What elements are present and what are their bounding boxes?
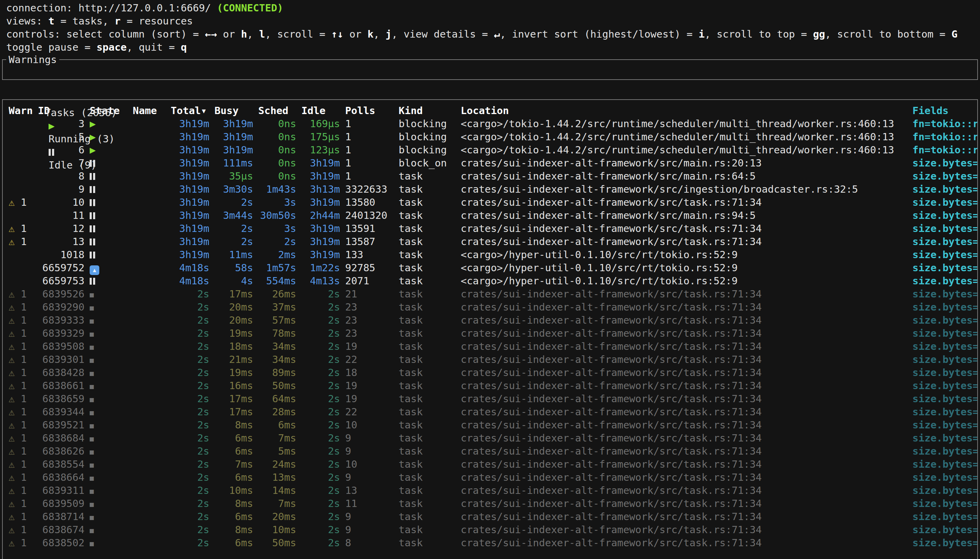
task-row[interactable]: ⚠ 16839301■2s21ms34ms2s22taskcrates/sui-… — [3, 353, 977, 366]
cell-kind: task — [399, 445, 455, 458]
task-row[interactable]: 113h19m3m44s30m50s2h44m2401320taskcrates… — [3, 209, 977, 222]
task-row[interactable]: ⚠ 16839509■2s8ms7ms2s11taskcrates/sui-in… — [3, 497, 977, 510]
cell-location: crates/sui-indexer-alt-framework/src/tas… — [461, 497, 907, 510]
cell-warn: ⚠ 1 — [8, 497, 33, 510]
task-row[interactable]: ⚠ 16839333■2s20ms57ms2s23taskcrates/sui-… — [3, 314, 977, 327]
task-row[interactable]: ⚠ 16839508■2s18ms34ms2s19taskcrates/sui-… — [3, 340, 977, 353]
cell-busy: 17ms — [215, 405, 253, 418]
cell-fields: size.bytes= — [912, 157, 977, 170]
column-header-fields[interactable]: Fields — [912, 104, 977, 117]
task-row[interactable]: ⚠ 16838659■2s17ms64ms2s19taskcrates/sui-… — [3, 392, 977, 405]
cell-idle: 2h44m — [301, 209, 340, 222]
cell-state: ■ — [89, 339, 127, 354]
cell-state: ■ — [89, 523, 127, 537]
completed-state-icon: ■ — [89, 291, 94, 299]
warning-icon: ⚠ — [8, 236, 15, 248]
cell-id: 6838661 — [38, 379, 84, 392]
task-row[interactable]: 93h19m3m30s1m43s3h13m3322633taskcrates/s… — [3, 183, 977, 196]
task-row[interactable]: ⚠ 16839344■2s17ms28ms2s22taskcrates/sui-… — [3, 405, 977, 418]
task-row[interactable]: 5▶3h19m3h19m0ns175µs1blocking<cargo>/tok… — [3, 130, 977, 143]
cell-total: 2s — [171, 288, 209, 301]
cell-state: ■ — [89, 431, 127, 445]
column-header-name[interactable]: Name — [133, 104, 166, 117]
cell-location: crates/sui-indexer-alt-framework/src/tas… — [461, 222, 907, 235]
task-row[interactable]: ⚠ 16838664■2s6ms13ms2s9taskcrates/sui-in… — [3, 471, 977, 484]
warning-icon: ⚠ — [8, 406, 15, 418]
task-row[interactable]: ⚠ 16838554■2s7ms24ms2s10taskcrates/sui-i… — [3, 458, 977, 471]
cell-busy: 20ms — [215, 301, 253, 314]
task-row[interactable]: 6659752▲4m18s58s1m57s1m22s92785task<carg… — [3, 261, 977, 275]
cell-busy: 2s — [215, 196, 253, 209]
task-row[interactable]: ⚠ 1133h19m2s2s3h19m13587taskcrates/sui-i… — [3, 235, 977, 248]
cell-polls: 2071 — [345, 275, 394, 288]
column-header-idle[interactable]: Idle — [301, 104, 340, 117]
warning-icon: ⚠ — [8, 367, 15, 379]
idle-state-icon — [89, 251, 95, 258]
task-row[interactable]: ⚠ 16839311■2s10ms14ms2s13taskcrates/sui-… — [3, 484, 977, 497]
column-header-kind[interactable]: Kind — [399, 104, 455, 117]
cell-location: <cargo>/hyper-util-0.1.10/src/rt/tokio.r… — [461, 275, 907, 288]
task-row[interactable]: 6▶3h19m3h19m0ns123µs1blocking<cargo>/tok… — [3, 143, 977, 157]
cell-polls: 133 — [345, 248, 394, 261]
cell-total: 2s — [171, 458, 209, 471]
cell-busy: 19ms — [215, 327, 253, 340]
column-header-busy[interactable]: Busy — [215, 104, 253, 117]
task-row[interactable]: 66597534m18s4s554ms4m13s2071task<cargo>/… — [3, 275, 977, 288]
task-row[interactable]: ⚠ 16838714■2s6ms20ms2s9taskcrates/sui-in… — [3, 510, 977, 523]
task-row[interactable]: 83h19m35µs0ns3h19m1taskcrates/sui-indexe… — [3, 170, 977, 183]
task-row[interactable]: ⚠ 16839290■2s20ms37ms2s23taskcrates/sui-… — [3, 301, 977, 314]
task-row[interactable]: ⚠ 16838428■2s19ms89ms2s18taskcrates/sui-… — [3, 366, 977, 379]
task-row[interactable]: 73h19m111ms0ns3h19m1block_oncrates/sui-i… — [3, 157, 977, 170]
cell-fields: size.bytes= — [912, 418, 977, 432]
column-header-total[interactable]: Total▾ — [171, 104, 209, 117]
task-row[interactable]: ⚠ 16838684■2s6ms7ms2s9taskcrates/sui-ind… — [3, 432, 977, 445]
task-row[interactable]: ⚠ 16839521■2s8ms6ms2s10taskcrates/sui-in… — [3, 418, 977, 432]
task-row[interactable]: ⚠ 16838502■2s6ms50ms2s8taskcrates/sui-in… — [3, 536, 977, 549]
cell-busy: 3h19m — [215, 117, 253, 130]
cell-fields: size.bytes= — [912, 209, 977, 222]
task-row[interactable]: ⚠ 16838661■2s16ms50ms2s19taskcrates/sui-… — [3, 379, 977, 392]
cell-location: crates/sui-indexer-alt-framework/src/mai… — [461, 209, 907, 222]
help-text: , scroll to bottom = — [825, 28, 952, 40]
cell-total: 2s — [171, 405, 209, 418]
task-row[interactable]: ⚠ 1123h19m2s3s3h19m13591taskcrates/sui-i… — [3, 222, 977, 235]
cell-total: 2s — [171, 510, 209, 523]
cell-warn: ⚠ 1 — [8, 510, 33, 523]
cell-fields: fn=tokio::r — [912, 117, 977, 130]
cell-polls: 9 — [345, 432, 394, 445]
cell-location: crates/sui-indexer-alt-framework/src/tas… — [461, 432, 907, 445]
task-row[interactable]: ⚠ 1103h19m2s3s3h19m13580taskcrates/sui-i… — [3, 196, 977, 209]
cell-sched: 5ms — [258, 445, 296, 458]
key-hint: l — [259, 28, 265, 40]
task-row[interactable]: ⚠ 16839329■2s19ms78ms2s23taskcrates/sui-… — [3, 327, 977, 340]
column-header-location[interactable]: Location — [461, 104, 907, 117]
column-header-sched[interactable]: Sched — [258, 104, 296, 117]
cell-fields: size.bytes= — [912, 510, 977, 523]
warning-icon: ⚠ — [8, 380, 15, 392]
cell-sched: 28ms — [258, 405, 296, 418]
task-row[interactable]: 3▶3h19m3h19m0ns169µs1blocking<cargo>/tok… — [3, 117, 977, 130]
cell-polls: 22 — [345, 405, 394, 418]
cell-idle: 2s — [301, 353, 340, 366]
task-row[interactable]: ⚠ 16839526■2s17ms26ms2s21taskcrates/sui-… — [3, 288, 977, 301]
tasks-count-label: Tasks (2056) — [45, 107, 117, 119]
task-row[interactable]: 10183h19m11ms2ms3h19m133task<cargo>/hype… — [3, 248, 977, 261]
cell-state: ■ — [89, 483, 127, 498]
task-row[interactable]: ⚠ 16838674■2s8ms10ms2s9taskcrates/sui-in… — [3, 523, 977, 536]
cell-warn: ⚠ 1 — [8, 379, 33, 392]
cell-idle: 3h19m — [301, 157, 340, 170]
cell-kind: task — [399, 471, 455, 484]
cell-sched: 1m43s — [258, 183, 296, 196]
cell-idle: 1m22s — [301, 261, 340, 275]
cell-busy: 3m30s — [215, 183, 253, 196]
cell-busy: 17ms — [215, 392, 253, 405]
cell-busy: 7ms — [215, 458, 253, 471]
cell-polls: 9 — [345, 523, 394, 536]
cell-polls: 23 — [345, 301, 394, 314]
task-row[interactable]: ⚠ 16838626■2s6ms5ms2s9taskcrates/sui-ind… — [3, 445, 977, 458]
cell-warn: ⚠ 1 — [8, 301, 33, 314]
warning-icon: ⚠ — [8, 223, 15, 234]
column-header-polls[interactable]: Polls — [345, 104, 394, 117]
cell-idle: 2s — [301, 418, 340, 432]
cell-polls: 1 — [345, 117, 394, 130]
